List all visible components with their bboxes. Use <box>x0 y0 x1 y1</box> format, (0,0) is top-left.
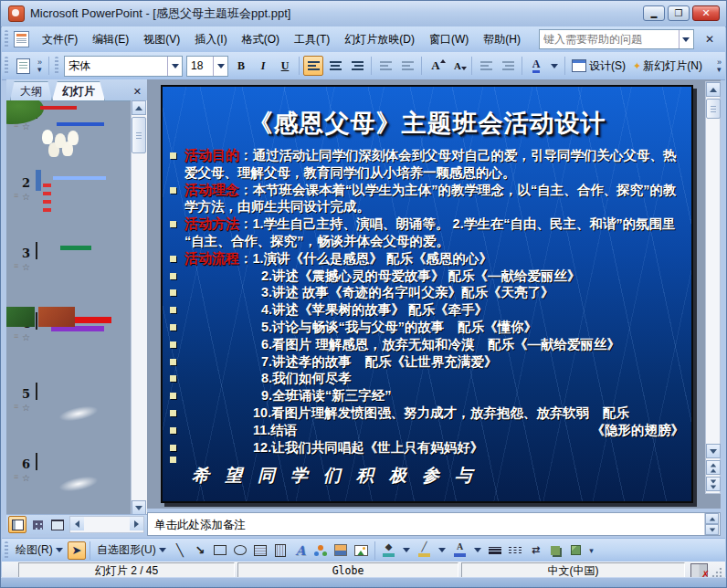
animation-indicator-icon[interactable] <box>14 263 30 274</box>
oval-button[interactable] <box>231 541 249 560</box>
menu-insert[interactable]: 插入(I) <box>187 28 234 51</box>
slide-thumbnail-image[interactable] <box>36 101 37 119</box>
new-slide-button[interactable]: ✦新幻灯片(N) <box>630 56 705 76</box>
scroll-down-icon[interactable] <box>132 500 146 515</box>
help-question-box[interactable] <box>539 29 694 49</box>
design-button[interactable]: 设计(S) <box>569 56 628 76</box>
slide-thumbnail-1[interactable]: 1 <box>6 100 132 171</box>
scroll-down-icon[interactable] <box>705 524 719 535</box>
next-slide-icon[interactable] <box>706 477 721 491</box>
menu-view[interactable]: 视图(V) <box>136 28 187 51</box>
fill-color-dropdown-icon[interactable] <box>400 541 413 560</box>
bold-button[interactable]: B <box>231 56 251 76</box>
slide-thumbnail-image[interactable] <box>36 383 37 400</box>
arrow-button[interactable]: ↘ <box>191 541 209 560</box>
draw-font-color-dropdown-icon[interactable] <box>471 541 484 560</box>
draw-font-color-button[interactable]: A <box>450 541 469 560</box>
align-right-button[interactable] <box>347 56 367 76</box>
document-close-icon[interactable]: ✕ <box>698 31 722 47</box>
spelling-status-icon[interactable] <box>690 563 708 578</box>
scroll-down-icon[interactable] <box>706 444 721 458</box>
current-slide[interactable]: 《感恩父母》主题班会活动设计 活动目的：通过活动让同学们深刻体会到父母对自己的爱… <box>161 85 693 503</box>
align-left-button[interactable] <box>303 56 323 76</box>
tab-slides[interactable]: 幻灯片 <box>52 81 105 100</box>
animation-indicator-icon[interactable] <box>14 193 30 204</box>
menu-drag-handle[interactable] <box>5 30 8 48</box>
line-color-dropdown-icon[interactable] <box>436 541 448 560</box>
slide-thumbnail-6[interactable]: 6 <box>6 452 132 515</box>
notes-placeholder[interactable]: 单击此处添加备注 <box>148 513 720 533</box>
help-question-input[interactable] <box>540 33 679 46</box>
wordart-button[interactable]: A <box>291 541 310 560</box>
autoshapes-button[interactable]: 自选图形(U) <box>94 541 169 560</box>
close-button[interactable] <box>692 5 720 21</box>
menu-edit[interactable]: 编辑(E) <box>85 28 136 51</box>
scrollbar-thumb[interactable] <box>132 117 146 153</box>
decrease-indent-button[interactable] <box>476 56 496 76</box>
menu-slideshow[interactable]: 幻灯片放映(D) <box>337 28 422 51</box>
slide-thumbnail-4[interactable]: 4 <box>6 311 132 382</box>
font-color-dropdown-icon[interactable] <box>548 56 561 76</box>
increase-indent-button[interactable] <box>498 56 518 76</box>
slide-thumbnail-3[interactable]: 3 <box>6 241 132 311</box>
new-button[interactable] <box>13 56 33 76</box>
align-center-button[interactable] <box>325 56 345 76</box>
notes-pane[interactable]: 单击此处添加备注 <box>147 512 721 536</box>
slide-thumbnail-image[interactable] <box>36 242 37 259</box>
slide-thumbnail-image[interactable] <box>36 453 37 470</box>
diagram-button[interactable] <box>311 541 330 560</box>
menu-file[interactable]: 文件(F) <box>35 28 85 51</box>
font-size-combo[interactable]: 18 <box>186 56 228 77</box>
line-style-button[interactable] <box>486 541 504 560</box>
clip-art-button[interactable] <box>332 541 350 560</box>
font-name-combo[interactable]: 宋体 <box>64 56 183 77</box>
fill-color-button[interactable]: ◆ <box>379 541 398 560</box>
animation-indicator-icon[interactable] <box>14 333 30 344</box>
toolbar-overflow-icon[interactable]: »▾ <box>34 55 46 77</box>
restore-button[interactable] <box>668 5 690 21</box>
increase-font-button[interactable]: A <box>426 56 446 76</box>
menu-format[interactable]: 格式(O) <box>235 28 287 51</box>
notes-scrollbar[interactable] <box>704 513 720 535</box>
arrow-style-button[interactable]: ⇄ <box>526 541 544 560</box>
scroll-up-icon[interactable] <box>132 100 146 115</box>
line-button[interactable]: ╲ <box>171 541 189 560</box>
underline-button[interactable]: U <box>275 56 295 76</box>
font-name-dropdown-icon[interactable] <box>167 57 182 76</box>
font-size-dropdown-icon[interactable] <box>213 57 227 76</box>
italic-button[interactable]: I <box>253 56 273 76</box>
title-bar[interactable]: Microsoft PowerPoint - [感恩父母主题班会ppt.ppt] <box>1 1 726 27</box>
3d-style-button[interactable] <box>566 541 585 560</box>
bullet-list-button[interactable] <box>397 56 417 76</box>
drawbar-drag-handle[interactable] <box>5 541 8 560</box>
menu-help[interactable]: 帮助(H) <box>476 28 528 51</box>
scroll-up-icon[interactable] <box>705 513 719 524</box>
slide-vertical-scrollbar[interactable] <box>705 81 721 494</box>
shadow-style-button[interactable] <box>546 541 564 560</box>
animation-indicator-icon[interactable] <box>14 404 30 415</box>
menu-tools[interactable]: 工具(T) <box>287 28 337 51</box>
scroll-right-icon[interactable] <box>130 517 143 530</box>
horizontal-scrollbar[interactable] <box>69 516 144 533</box>
menu-window[interactable]: 窗口(W) <box>422 28 476 51</box>
presentation-icon[interactable] <box>14 31 29 47</box>
scrollbar-thumb[interactable] <box>706 99 721 119</box>
vertical-text-box-button[interactable] <box>271 541 290 560</box>
decrease-font-button[interactable]: A <box>448 56 468 76</box>
slide-thumbnail-image[interactable] <box>36 170 41 191</box>
slide-body-text[interactable]: 活动目的：通过活动让同学们深刻体会到父母对自己的爱，引导同学们关心父母、热爱父母… <box>168 147 684 488</box>
pane-close-icon[interactable]: ✕ <box>133 86 142 98</box>
rectangle-button[interactable] <box>211 541 229 560</box>
slideshow-view-button[interactable] <box>48 516 67 533</box>
scroll-up-icon[interactable] <box>706 82 721 97</box>
previous-slide-icon[interactable] <box>706 460 721 475</box>
normal-view-button[interactable] <box>8 516 26 533</box>
slide-sorter-view-button[interactable] <box>28 516 47 533</box>
text-box-button[interactable] <box>251 541 269 560</box>
line-color-button[interactable]: ╱ <box>415 541 434 560</box>
toolbar-drag-handle[interactable] <box>5 57 8 75</box>
animation-indicator-icon[interactable] <box>14 474 30 485</box>
font-color-button[interactable]: A <box>526 56 546 76</box>
slide-thumbnail-2[interactable]: 2 <box>6 171 132 241</box>
slide-title[interactable]: 《感恩父母》主题班会活动设计 <box>163 107 691 140</box>
